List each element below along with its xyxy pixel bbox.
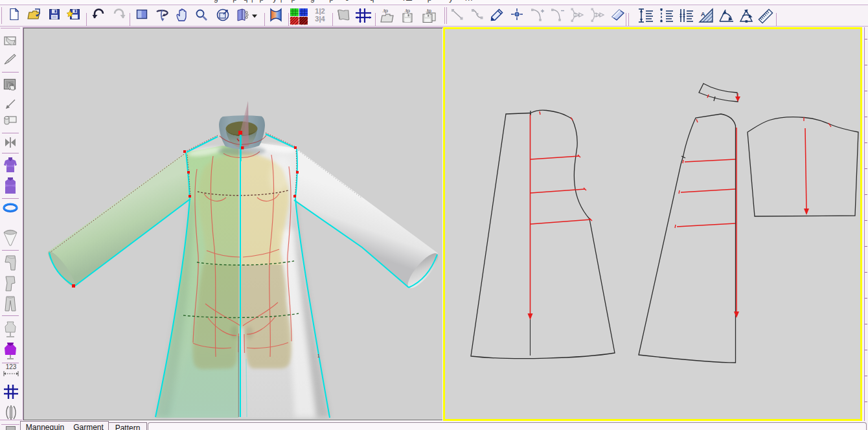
svg-text:1: 1 [317,354,320,358]
svg-text:.tp: .tp [404,8,410,14]
svg-text:.tp: .tp [382,8,388,14]
svg-text:A: A [701,11,705,17]
